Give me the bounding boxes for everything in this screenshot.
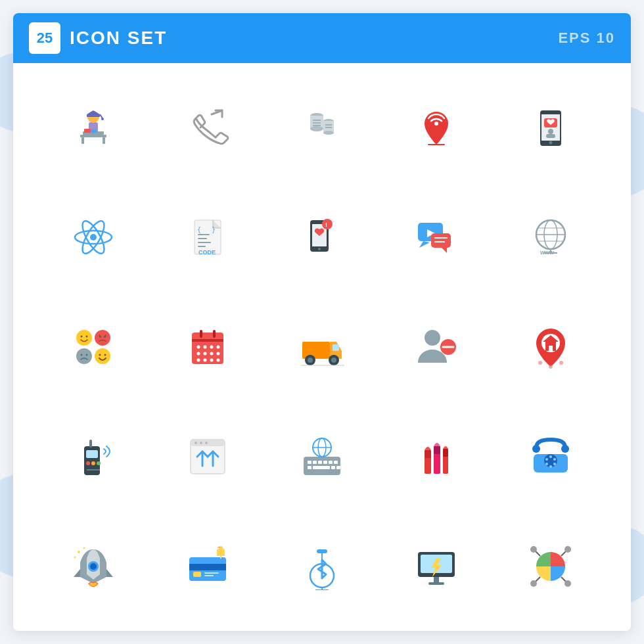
icon-box [60,424,126,490]
icon-box [403,204,469,270]
svg-rect-6 [87,114,100,117]
video-chat-icon [413,214,460,261]
svg-text:!: ! [325,221,327,228]
icon-cell-keyboard [268,405,376,508]
svg-point-148 [545,463,548,465]
svg-point-9 [101,118,104,120]
icon-box [175,314,241,380]
code-file-icon: { } CODE [184,214,231,261]
svg-point-117 [200,442,202,444]
svg-point-106 [549,365,553,369]
svg-point-87 [204,358,207,361]
icon-cell-upload-page [154,405,262,508]
svg-rect-136 [425,457,431,474]
icon-box [289,424,355,490]
svg-rect-124 [318,461,322,464]
icon-box [403,534,469,599]
svg-rect-103 [549,346,553,351]
svg-point-97 [425,330,440,346]
svg-point-24 [434,122,438,126]
icon-box [518,314,584,380]
svg-point-84 [210,352,214,355]
icon-box [403,314,469,380]
monitor-lightning-icon [413,543,460,590]
svg-rect-160 [193,572,201,577]
icon-cell-rocket [39,515,147,618]
svg-point-144 [549,455,552,458]
icon-cell-remove-user [382,296,490,399]
icon-cell-mobile-chat [497,76,605,179]
svg-rect-159 [189,564,226,570]
notification-card-icon [184,543,231,590]
header-title: ICON SET [70,28,167,49]
home-location-icon [527,323,574,371]
icon-box [60,314,126,380]
svg-rect-3 [103,137,105,144]
icon-box [175,95,241,160]
keyboard-globe-icon [298,433,346,480]
svg-point-79 [204,345,207,348]
icon-cell-video-chat [382,186,490,289]
svg-point-35 [90,234,97,241]
icon-cell-telephone [497,405,605,508]
card-header: 25 ICON SET EPS 10 [13,13,631,63]
svg-rect-77 [213,330,216,338]
icon-box [403,95,469,160]
call-outgoing-icon [184,104,231,151]
icon-cell-walkie-talkie [39,405,147,508]
icon-box [289,534,355,599]
bluetooth-icon [298,543,346,590]
icon-cell-pie-chart [497,515,605,618]
svg-point-112 [97,461,101,465]
icon-box [289,314,355,380]
icon-box [403,424,469,490]
mobile-heart-icon: ! [298,214,346,261]
main-card: 25 ICON SET EPS 10 [13,13,631,631]
svg-point-47 [322,219,333,229]
svg-point-93 [308,357,313,363]
svg-point-30 [548,129,553,134]
svg-point-104 [538,361,542,365]
svg-rect-130 [314,466,330,469]
svg-marker-7 [87,110,100,114]
svg-point-72 [99,354,101,356]
icon-box [60,534,126,599]
svg-point-62 [76,330,92,346]
icon-cell-monitor [382,515,490,618]
icon-cell-truck [268,296,376,399]
svg-point-147 [549,465,552,468]
icon-cell-lipstick [382,405,490,508]
upload-page-icon [184,433,231,480]
svg-rect-131 [331,466,335,469]
svg-point-89 [217,358,220,361]
svg-rect-137 [425,450,431,458]
icon-grid: { } CODE ! [13,63,631,631]
svg-rect-172 [434,577,439,582]
svg-rect-51 [431,233,451,248]
svg-point-70 [86,354,88,356]
calendar-icon [184,323,231,371]
svg-point-63 [81,335,83,337]
icon-cell-code-file: { } CODE [154,186,262,289]
svg-text:{: { [197,226,201,233]
svg-point-95 [331,357,336,363]
svg-point-118 [205,442,208,444]
emoji-grid-icon [70,323,117,371]
svg-point-78 [197,345,200,348]
svg-rect-139 [434,446,440,454]
svg-point-82 [197,352,200,355]
icon-box [518,424,584,490]
svg-point-73 [104,354,106,356]
svg-point-157 [90,563,97,570]
svg-rect-91 [333,344,339,351]
icon-box: ! [289,204,355,270]
svg-text:CODE: CODE [198,249,216,256]
rocket-icon [70,543,117,590]
svg-point-88 [210,358,214,361]
svg-point-145 [553,458,556,461]
svg-point-154 [74,556,76,558]
icon-cell-calendar [154,296,262,399]
mobile-chat-icon [527,104,574,151]
svg-rect-11 [91,129,97,133]
pie-chart-drone-icon [527,543,574,590]
